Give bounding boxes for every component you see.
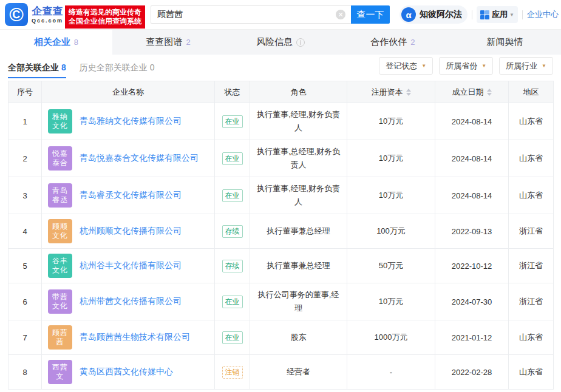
slogan-banner: 缔造有远见的商业传奇 全国企业信用查询系统: [65, 5, 145, 29]
column-header-label: 地区: [523, 87, 539, 96]
subtab-count: 8: [61, 63, 66, 73]
zhibi-alpha-link[interactable]: α 知彼阿尔法: [399, 5, 467, 24]
status-cell: 注销: [215, 355, 250, 390]
sort-icons[interactable]: [487, 89, 492, 96]
tab-count: 8: [74, 38, 78, 47]
row-number: 3: [8, 177, 42, 214]
tab-3[interactable]: 风险信息i: [225, 30, 337, 55]
status-badge: 在业: [222, 296, 243, 308]
sort-icons[interactable]: [406, 89, 411, 96]
search-input[interactable]: [151, 5, 351, 24]
table-row: 7 顾茜茜 青岛顾茜茜生物技术有限公司 在业股东1000万元2021-01-12…: [8, 320, 554, 355]
company-logo: 悦嘉泰合: [48, 146, 72, 171]
company-logo: 顾顺文化: [48, 219, 72, 243]
column-header: 序号: [8, 81, 42, 103]
table-row: 8 西茜文 黄岛区西茜文化传媒中心 注销经营者-2022-02-28山东省: [8, 355, 554, 390]
tab-label: 风险信息: [256, 36, 293, 48]
search-button[interactable]: 查一下: [351, 5, 390, 24]
row-number: 1: [8, 103, 42, 140]
tab-2[interactable]: 查查图谱2: [112, 30, 225, 55]
role-cell: 执行董事,总经理,财务负责人: [250, 140, 347, 177]
capital-cell: 100万元: [347, 214, 435, 249]
subtab-1[interactable]: 全部关联企业8: [8, 55, 66, 78]
brand-text: 企查查 Qcc.com: [32, 5, 63, 24]
tab-5[interactable]: 新闻舆情: [449, 30, 561, 55]
tab-label: 查查图谱: [146, 36, 183, 48]
date-cell: 2024-07-30: [435, 283, 509, 320]
region-cell: 山东省: [509, 177, 554, 214]
filter-button-1[interactable]: 登记状态▼: [379, 57, 433, 75]
row-number: 7: [8, 320, 42, 355]
chevron-down-icon: ▼: [481, 63, 486, 69]
qcc-logo-icon: ©: [5, 3, 28, 26]
company-logo: 雅纳文化: [48, 109, 72, 133]
company-logo: 顾茜茜: [48, 325, 72, 350]
company-name-link[interactable]: 青岛悦嘉泰合文化传媒有限公司: [80, 153, 199, 164]
tab-4[interactable]: 合作伙伴2: [336, 30, 449, 55]
column-header-label: 成立日期: [452, 87, 484, 96]
header-actions: α 知彼阿尔法 应用 ▼ 企业中心: [399, 5, 559, 24]
row-number: 6: [8, 283, 42, 320]
column-header-label: 企业名称: [112, 87, 144, 96]
enterprise-center-link[interactable]: 企业中心: [527, 9, 559, 20]
status-cell: 在业: [215, 283, 250, 320]
company-name-link[interactable]: 杭州谷丰文化传播有限公司: [80, 260, 182, 271]
slogan-line1: 缔造有远见的商业传奇: [69, 8, 141, 17]
capital-cell: 10万元: [347, 283, 435, 320]
company-name-link[interactable]: 青岛睿丞文化传媒有限公司: [80, 190, 182, 201]
company-cell: 顾顺文化 杭州顾顺文化传播有限公司: [42, 214, 215, 249]
tab-label: 相关企业: [34, 36, 70, 48]
column-header-label: 序号: [17, 87, 33, 96]
company-logo: 带茜文化: [48, 289, 72, 314]
capital-cell: 10万元: [347, 177, 435, 214]
company-logo: 谷丰文化: [48, 254, 72, 278]
company-name-link[interactable]: 杭州顾顺文化传播有限公司: [80, 226, 182, 237]
date-cell: 2021-01-12: [435, 320, 509, 355]
tab-label: 合作伙伴: [370, 36, 407, 48]
clear-search-icon[interactable]: ✕: [336, 10, 345, 19]
role-cell: 执行董事兼总经理: [250, 214, 347, 249]
table-row: 3 青岛睿丞 青岛睿丞文化传媒有限公司 在业执行董事,经理,财务负责人10万元2…: [8, 177, 554, 214]
status-badge: 存续: [222, 225, 243, 238]
role-cell: 股东: [250, 320, 347, 355]
company-name-link[interactable]: 黄岛区西茜文化传媒中心: [80, 367, 173, 377]
table-row: 6 带茜文化 杭州带茜文化传播有限公司 在业执行公司事务的董事,经理10万元20…: [8, 283, 554, 320]
brand-domain: Qcc.com: [32, 18, 63, 24]
column-header: 企业名称: [42, 81, 215, 103]
company-cell: 顾茜茜 青岛顾茜茜生物技术有限公司: [42, 320, 215, 355]
date-cell: 2024-08-14: [435, 177, 509, 214]
subtab-label: 历史全部关联企业: [80, 63, 148, 73]
status-cell: 在业: [215, 177, 250, 214]
column-header[interactable]: 成立日期: [435, 81, 509, 103]
tab-1[interactable]: 相关企业8: [0, 30, 112, 55]
zhibi-alpha-icon: α: [401, 7, 416, 22]
status-cell: 在业: [215, 140, 250, 177]
status-badge: 存续: [222, 260, 243, 272]
apps-menu[interactable]: 应用 ▼: [477, 6, 518, 23]
column-header: 角色: [250, 81, 347, 103]
region-cell: 浙江省: [509, 249, 554, 283]
filter-button-2[interactable]: 所属省份▼: [439, 57, 493, 75]
qcc-logo[interactable]: © 企查查 Qcc.com: [5, 3, 63, 26]
column-header[interactable]: 注册资本: [347, 81, 435, 103]
region-cell: 浙江省: [509, 214, 554, 249]
column-header-label: 角色: [291, 87, 307, 96]
company-cell: 西茜文 黄岛区西茜文化传媒中心: [42, 355, 215, 390]
company-name-link[interactable]: 青岛顾茜茜生物技术有限公司: [80, 332, 190, 343]
company-logo: 青岛睿丞: [48, 183, 72, 208]
status-badge: 在业: [222, 331, 243, 344]
role-cell: 执行董事,经理,财务负责人: [250, 177, 347, 214]
row-number: 8: [8, 355, 42, 390]
date-cell: 2022-02-28: [435, 355, 509, 390]
company-logo: 西茜文: [48, 360, 72, 384]
company-name-link[interactable]: 青岛雅纳文化传媒有限公司: [80, 116, 182, 127]
brand-name: 企查查: [32, 5, 63, 18]
filter-button-3[interactable]: 所属行业▼: [499, 57, 553, 75]
subtab-count: 0: [150, 63, 155, 73]
column-header: 状态: [215, 81, 250, 103]
subtab-2[interactable]: 历史全部关联企业0: [80, 55, 155, 78]
status-cell: 存续: [215, 214, 250, 249]
separator: [522, 10, 523, 19]
company-name-link[interactable]: 杭州带茜文化传播有限公司: [80, 296, 182, 307]
date-cell: 2022-10-12: [435, 249, 509, 283]
